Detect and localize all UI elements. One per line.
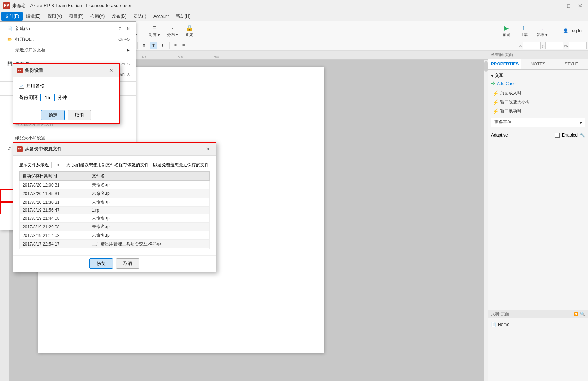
panel-header: 检查器: 页面 <box>488 51 588 59</box>
outline-panel: 大纲: 页面 🔽 🔍 📄 Home <box>488 310 588 381</box>
restore-table-row[interactable]: 2017/8/17 22:54:17工厂进出库管理工具后台交互v0.2.rp <box>20 240 210 248</box>
bullet-button[interactable]: ≡ <box>172 42 179 49</box>
maximize-button[interactable]: □ <box>564 1 574 10</box>
share-button[interactable]: ↑ 共享 <box>516 22 531 39</box>
login-button[interactable]: 👤 Log In <box>559 27 585 35</box>
page-icon: 📄 <box>491 322 496 327</box>
restore-date-cell: 2017/8/17 22:39:17 <box>20 248 89 250</box>
menu-file[interactable]: 文件(F) <box>1 12 23 21</box>
restore-col-file: 文件名 <box>89 172 209 181</box>
restore-date-cell: 2017/8/20 11:30:31 <box>20 198 89 207</box>
valign-mid-button[interactable]: ⬆ <box>150 42 157 49</box>
restore-table-row[interactable]: 2017/8/20 11:30:31未命名.rp <box>20 198 210 207</box>
more-format-button[interactable]: ≡ <box>180 42 187 49</box>
publish-button[interactable]: ↓ 发布 ▾ <box>534 22 550 39</box>
lock-icon: 🔒 <box>185 24 194 32</box>
format-separator-4 <box>137 42 138 49</box>
tab-properties[interactable]: PROPERTIES <box>488 59 521 69</box>
restore-table-row[interactable]: 2017/8/19 21:56:471.rp <box>20 207 210 214</box>
preview-button[interactable]: ▶ 预览 <box>499 22 514 39</box>
adaptive-enabled-label: Enabled <box>562 133 578 138</box>
backup-interval-unit: 分钟 <box>58 94 67 101</box>
lock-button[interactable]: 🔒 锁定 <box>182 22 197 39</box>
restore-table-row[interactable]: 2017/8/20 11:45:31未命名.rp <box>20 189 210 198</box>
backup-enable-checkbox[interactable]: ✓ <box>19 84 24 89</box>
share-icon: ↑ <box>519 24 528 32</box>
close-button[interactable]: ✕ <box>575 1 585 10</box>
right-panel: 检查器: 页面 PROPERTIES NOTES STYLE ▾ 交互 ✛ Ad… <box>488 51 588 381</box>
menu-new[interactable]: 📄 新建(N) Ctrl+N <box>0 23 136 34</box>
filter-icon[interactable]: 🔽 <box>574 312 579 316</box>
chevron-down-icon: ▾ <box>491 73 493 78</box>
add-case-link[interactable]: ✛ Add Case <box>491 81 585 86</box>
ruler-mark-600: 600 <box>214 55 219 59</box>
event-icon-3: ⚡ <box>493 108 499 114</box>
tab-notes[interactable]: NOTES <box>521 59 555 69</box>
menu-publish[interactable]: 发布(B) <box>108 12 130 21</box>
restore-table-row[interactable]: 2017/8/19 21:29:08未命名.rp <box>20 223 210 231</box>
restore-table-row[interactable]: 2017/8/17 22:39:17工厂进出库管理工具后台交互v0.2.rp <box>20 248 210 250</box>
vertical-scrollbar[interactable] <box>484 60 488 381</box>
panel-content: ▾ 交互 ✛ Add Case ⚡ 页面载入时 ⚡ 窗口改变大小时 ⚡ 窗口滚动… <box>488 70 588 310</box>
adaptive-enabled-checkbox[interactable] <box>555 133 560 138</box>
restore-table-row[interactable]: 2017/8/19 21:44:08未命名.rp <box>20 214 210 223</box>
restore-dialog-title-bar: RP 从备份中恢复文件 ✕ <box>13 143 216 156</box>
restore-date-cell: 2017/8/19 21:14:08 <box>20 231 89 240</box>
valign-top-button[interactable]: ⬆ <box>140 42 148 49</box>
menu-open[interactable]: 📂 打开(O)... Ctrl+O <box>0 34 136 45</box>
backup-dialog-title-bar: RP 备份设置 ✕ <box>13 64 119 77</box>
tab-style[interactable]: STYLE <box>555 59 588 69</box>
backup-interval-input[interactable] <box>40 94 55 101</box>
menu-view[interactable]: 视图(V) <box>44 12 65 21</box>
restore-filter-unit: 天 我们建议您使用新文件名保存恢复的文件，以避免覆盖您最近保存的文件 <box>66 162 209 168</box>
minimize-button[interactable]: — <box>552 1 562 10</box>
interaction-section-title: ▾ 交互 <box>491 73 585 79</box>
backup-dialog-footer: 确定 取消 <box>13 107 119 123</box>
valign-bottom-button[interactable]: ⬇ <box>159 42 167 49</box>
menu-help[interactable]: 帮助(H) <box>172 12 194 21</box>
new-icon: 📄 <box>6 25 13 32</box>
event-window-resize: ⚡ 窗口改变大小时 <box>491 98 585 106</box>
restore-table-row[interactable]: 2017/8/20 12:00:31未命名.rp <box>20 181 210 189</box>
y-input[interactable] <box>545 42 563 49</box>
outline-header: 大纲: 页面 🔽 🔍 <box>488 310 588 318</box>
menu-account[interactable]: Account <box>150 13 172 20</box>
menu-project[interactable]: 项目(P) <box>65 12 87 21</box>
menu-layout[interactable]: 布局(A) <box>87 12 108 21</box>
restore-dialog-footer: 恢复 取消 <box>13 255 216 272</box>
canvas-area[interactable]: RP 备份设置 ✕ ✓ 启用备份 备份间隔 分钟 <box>9 60 484 381</box>
restore-file-cell: 未命名.rp <box>89 181 209 189</box>
menu-recent[interactable]: 最近打开的文档 ▶ <box>0 45 136 55</box>
restore-file-cell: 工厂进出库管理工具后台交互v0.2.rp <box>89 248 209 250</box>
restore-file-cell: 1.rp <box>89 207 209 214</box>
restore-dialog-close[interactable]: ✕ <box>204 145 212 153</box>
adaptive-section: Adaptive Enabled 🔧 <box>491 130 585 140</box>
event-icon-2: ⚡ <box>493 99 499 105</box>
more-events-button[interactable]: 更多事件 ▾ <box>491 118 585 127</box>
adaptive-config-icon[interactable]: 🔧 <box>580 133 585 138</box>
search-icon[interactable]: 🔍 <box>580 312 585 316</box>
app-logo: RP <box>3 2 10 9</box>
menu-edit[interactable]: 编辑(E) <box>23 12 44 21</box>
backup-dialog-body: ✓ 启用备份 备份间隔 分钟 <box>13 77 119 107</box>
restore-table-row[interactable]: 2017/8/19 21:14:08未命名.rp <box>20 231 210 240</box>
backup-dialog-close[interactable]: ✕ <box>107 66 116 75</box>
restore-table-scroll[interactable]: 自动保存日期时间 文件名 2017/8/20 12:00:31未命名.rp201… <box>19 171 210 249</box>
align-button[interactable]: ≡ 对齐 ▾ <box>146 22 163 39</box>
publish-icon: ↓ <box>538 24 546 32</box>
distribute-button[interactable]: ⋮ 分布 ▾ <box>164 22 181 39</box>
w-input[interactable] <box>569 42 587 49</box>
restore-file-cell: 未命名.rp <box>89 231 209 240</box>
restore-cancel-button[interactable]: 取消 <box>116 258 139 269</box>
title-bar-left: RP 未命名 - Axure RP 8 Team Edition : Licen… <box>3 2 132 9</box>
scrollbar-thumb[interactable] <box>484 61 488 72</box>
x-input[interactable] <box>523 42 541 49</box>
restore-filter-input[interactable] <box>51 162 64 168</box>
restore-date-cell: 2017/8/19 21:44:08 <box>20 214 89 223</box>
menu-team[interactable]: 团队(I) <box>130 12 150 21</box>
backup-confirm-button[interactable]: 确定 <box>41 110 65 120</box>
window-title: 未命名 - Axure RP 8 Team Edition : Licensed… <box>12 3 132 9</box>
backup-cancel-button[interactable]: 取消 <box>68 110 91 120</box>
restore-button[interactable]: 恢复 <box>89 258 113 269</box>
backup-dialog: RP 备份设置 ✕ ✓ 启用备份 备份间隔 分钟 <box>13 63 120 124</box>
